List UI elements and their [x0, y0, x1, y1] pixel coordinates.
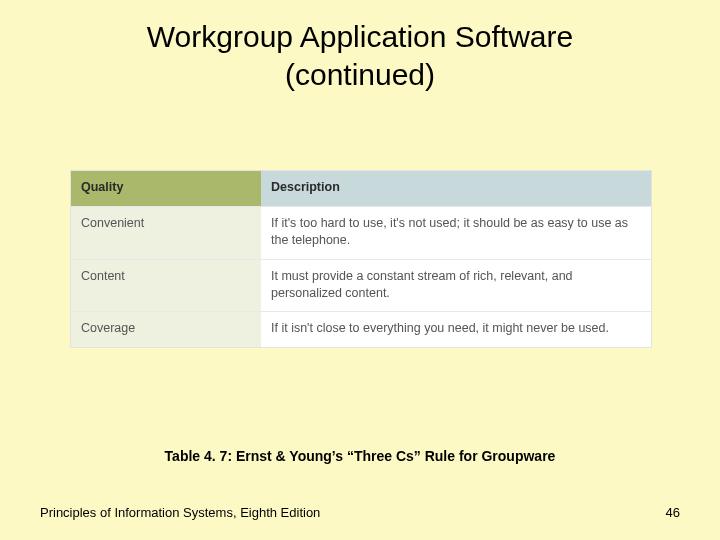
title-line2: (continued): [285, 58, 435, 91]
title-line1: Workgroup Application Software: [147, 20, 573, 53]
table-caption: Table 4. 7: Ernst & Young’s “Three Cs” R…: [0, 448, 720, 464]
table-row: Convenient If it's too hard to use, it's…: [71, 206, 651, 259]
header-quality: Quality: [71, 171, 261, 206]
cell-quality: Coverage: [71, 312, 261, 347]
three-cs-table: Quality Description Convenient If it's t…: [70, 170, 652, 348]
cell-quality: Convenient: [71, 206, 261, 259]
slide-title: Workgroup Application Software (continue…: [0, 0, 720, 93]
table-header-row: Quality Description: [71, 171, 651, 206]
table-row: Content It must provide a constant strea…: [71, 259, 651, 312]
header-description: Description: [261, 171, 651, 206]
slide: Workgroup Application Software (continue…: [0, 0, 720, 540]
page-number: 46: [666, 505, 680, 520]
cell-description: If it's too hard to use, it's not used; …: [261, 206, 651, 259]
footer-text: Principles of Information Systems, Eight…: [40, 505, 320, 520]
cell-description: It must provide a constant stream of ric…: [261, 259, 651, 312]
table-row: Coverage If it isn't close to everything…: [71, 312, 651, 347]
cell-description: If it isn't close to everything you need…: [261, 312, 651, 347]
cell-quality: Content: [71, 259, 261, 312]
table: Quality Description Convenient If it's t…: [71, 171, 651, 347]
